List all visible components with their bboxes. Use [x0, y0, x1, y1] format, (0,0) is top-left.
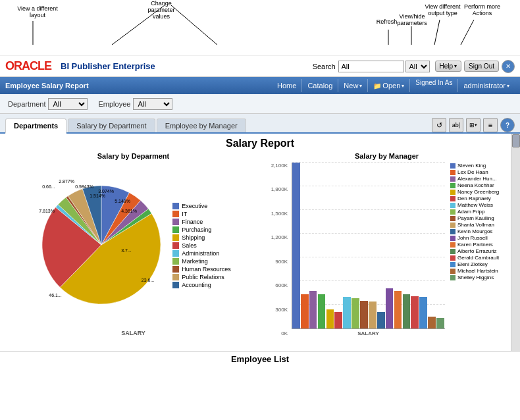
new-chevron: ▾	[359, 83, 362, 89]
bar-group	[403, 294, 411, 328]
pie-chart-section: Salary by Deparment 3.074% 1.514% 5.148%…	[7, 152, 260, 336]
emp-filter-select[interactable]: All	[133, 98, 172, 110]
legend-item: Accounting	[172, 282, 231, 288]
svg-line-6	[461, 20, 474, 45]
admin-menu[interactable]: administrator ▾	[458, 79, 515, 92]
pie-legend: ExecutiveITFinancePurchasingShippingSale…	[172, 203, 231, 288]
scrollbar[interactable]	[511, 134, 520, 351]
bar-legend-item: Payam Kaulling	[450, 215, 513, 221]
search-type-select[interactable]: All	[405, 61, 430, 72]
list-icon[interactable]: ≡	[483, 118, 498, 132]
signed-in-label: Signed In As	[410, 79, 458, 92]
bar-group	[436, 318, 444, 328]
view-type-icon[interactable]: ab|	[449, 118, 463, 132]
open-chevron: ▾	[402, 83, 404, 89]
bar-legend-item: Nancy Greenberg	[450, 189, 513, 195]
help-chevron: ▾	[454, 63, 457, 69]
annotation-layout: View a differentlayout	[14, 5, 61, 18]
pie-chart-title: Salary by Deparment	[7, 152, 260, 160]
employee-list-section: Employee List	[0, 351, 520, 367]
bar-group	[394, 291, 402, 328]
oracle-text: ORACLE	[5, 59, 51, 73]
legend-item: IT	[172, 211, 231, 217]
bar-group	[360, 301, 368, 328]
window-control[interactable]: ✕	[502, 60, 515, 73]
y-axis-label: 1,800K	[260, 186, 288, 192]
nav-home[interactable]: Home	[272, 79, 302, 92]
admin-chevron: ▾	[507, 83, 509, 89]
legend-item: Purchasing	[172, 226, 231, 233]
bar-legend-item: Neena Kochhar	[450, 182, 513, 188]
help-label: Help	[440, 63, 454, 70]
bar-group	[369, 302, 377, 328]
bar-legend-item: Matthew Weiss	[450, 202, 513, 208]
legend-item: Sales	[172, 242, 231, 249]
pie-chart	[36, 179, 167, 311]
tab-salary-by-dept[interactable]: Salary by Department	[68, 118, 155, 132]
pie-x-label: SALARY	[7, 330, 260, 336]
bar-y-axis: 2,100K1,800K1,500K1,200K900K600K300K0K	[260, 163, 289, 336]
bar-legend-item: Eleni Zlotkey	[450, 261, 513, 267]
bi-publisher-title: BI Publisher Enterprise	[61, 61, 155, 71]
annotation-output: View differentoutput type	[421, 3, 464, 16]
bar-legend-item: Lex De Haan	[450, 169, 513, 175]
bar-group	[309, 291, 317, 328]
bar-legend-item: Gerald Cambrault	[450, 255, 513, 261]
bar-group	[334, 312, 342, 328]
bar-group	[343, 297, 351, 328]
emp-filter-label: Employee	[98, 100, 130, 108]
tab-employee-by-manager[interactable]: Employee by Manager	[157, 118, 246, 132]
bar-group	[377, 312, 385, 328]
nav-open[interactable]: 📁 Open ▾	[368, 79, 410, 92]
y-axis-label: 1,500K	[260, 211, 288, 217]
bar-legend-item: Shelley Higgins	[450, 275, 513, 280]
help-circle-icon[interactable]: ?	[500, 118, 515, 132]
oracle-logo: ORACLE	[5, 59, 51, 73]
bar-group	[428, 317, 436, 328]
bar-group	[411, 296, 419, 328]
bar-group	[318, 294, 326, 328]
legend-item: Public Relations	[172, 274, 231, 280]
bar-legend-item: Alberto Errazuriz	[450, 248, 513, 254]
report-section-title: Salary Report	[0, 134, 520, 152]
bar-group	[301, 294, 309, 328]
refresh-icon[interactable]: ↺	[432, 118, 446, 132]
tab-departments[interactable]: Departments	[5, 118, 66, 134]
legend-item: Marketing	[172, 258, 231, 265]
y-axis-label: 900K	[260, 259, 288, 265]
bar-group	[326, 309, 334, 328]
report-title: Employee Salary Report	[5, 82, 89, 90]
search-input[interactable]	[338, 61, 404, 72]
dept-filter-select[interactable]: All	[48, 98, 88, 110]
svg-line-5	[434, 20, 440, 45]
bar-group	[386, 288, 394, 328]
signout-button[interactable]: Sign Out	[464, 61, 499, 72]
bar-chart-section: Salary by Manager 2,100K1,800K1,500K1,20…	[260, 152, 513, 336]
admin-label: administrator	[463, 82, 506, 90]
folder-icon: 📁	[373, 82, 381, 90]
bar-legend-item: Karen Partners	[450, 242, 513, 248]
help-button[interactable]: Help ▾	[435, 61, 462, 72]
y-axis-label: 1,200K	[260, 234, 288, 240]
nav-catalog[interactable]: Catalog	[302, 79, 338, 92]
bar-group	[292, 163, 300, 328]
open-label: Open	[382, 82, 400, 90]
scroll-thumb[interactable]	[512, 134, 520, 147]
search-label: Search	[313, 63, 336, 70]
annotation-params: Changeparametervalues	[138, 0, 184, 20]
new-label: New	[344, 82, 358, 90]
bar-legend-item: Michael Hartstein	[450, 268, 513, 274]
y-axis-label: 300K	[260, 307, 288, 313]
bar-legend-item: Alexander Hun...	[450, 176, 513, 182]
nav-new[interactable]: New ▾	[338, 79, 368, 92]
bar-legend-item: Shanta Vollman	[450, 222, 513, 228]
legend-item: Administration	[172, 250, 231, 257]
employee-list-title: Employee List	[3, 354, 517, 364]
bar-legend-item: Kevin Mourgos	[450, 228, 513, 234]
legend-item: Human Resources	[172, 266, 231, 273]
layout-icon[interactable]: ⊞ ▾	[466, 118, 481, 132]
bar-chart-title: Salary by Manager	[260, 152, 513, 160]
y-axis-label: 600K	[260, 282, 288, 288]
bar-legend-item: Steven King	[450, 163, 513, 169]
bar-x-label: SALARY	[292, 330, 445, 336]
